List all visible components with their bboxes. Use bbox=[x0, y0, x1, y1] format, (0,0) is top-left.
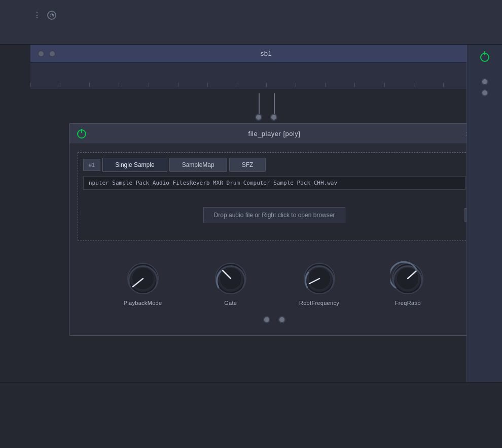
tab-number[interactable]: #1 bbox=[83, 159, 100, 171]
ruler-mark bbox=[266, 83, 296, 87]
knob-freq-ratio[interactable] bbox=[390, 261, 425, 296]
knob-root-frequency[interactable] bbox=[302, 261, 337, 296]
menu-icon[interactable]: ⋮ bbox=[33, 10, 41, 20]
ruler-mark bbox=[384, 83, 414, 87]
knob-container-root-frequency: RootFrequency bbox=[299, 261, 339, 306]
connector-line-right bbox=[274, 93, 275, 114]
right-panel-connector-bottom bbox=[481, 89, 488, 96]
knob-container-gate: Gate bbox=[213, 261, 248, 306]
bottom-connectors bbox=[78, 311, 471, 327]
knobs-row: PlaybackMode bbox=[78, 251, 471, 311]
bottom-connector-right bbox=[278, 316, 285, 323]
outer-window-title: sb1 bbox=[261, 50, 272, 57]
ruler-mark bbox=[149, 83, 178, 87]
knob-label-freq-ratio: FreqRatio bbox=[395, 300, 421, 306]
ruler-mark bbox=[414, 83, 443, 87]
ruler-mark bbox=[325, 83, 354, 87]
top-bar-icons: ⋮ ◔ bbox=[33, 10, 56, 20]
ruler-mark bbox=[60, 83, 89, 87]
plugin-content: #1 Single Sample SampleMap SFZ nputer Sa… bbox=[69, 144, 479, 335]
knob-label-root-frequency: RootFrequency bbox=[299, 300, 339, 306]
bottom-area bbox=[0, 382, 502, 448]
knob-label-playback-mode: PlaybackMode bbox=[124, 300, 162, 306]
ruler-mark bbox=[207, 83, 237, 87]
right-panel-power-button[interactable] bbox=[480, 53, 489, 62]
top-bar: ⋮ ◔ bbox=[0, 0, 502, 45]
drop-zone[interactable]: Drop audio file or Right click to open b… bbox=[83, 195, 465, 235]
outer-window: sb1 × bbox=[30, 45, 502, 382]
outer-window-left-controls bbox=[38, 50, 56, 57]
knob-container-playback-mode: PlaybackMode bbox=[124, 261, 162, 306]
outer-window-titlebar: sb1 × bbox=[30, 45, 502, 63]
ruler-marks bbox=[30, 63, 502, 89]
ruler-mark bbox=[119, 83, 148, 87]
ruler-mark bbox=[237, 83, 266, 87]
tab-sfz[interactable]: SFZ bbox=[229, 158, 266, 172]
plugin-titlebar: file_player [poly] × bbox=[69, 124, 479, 144]
ruler-mark bbox=[296, 83, 325, 87]
connection-area bbox=[30, 89, 502, 125]
top-connector-right bbox=[270, 114, 277, 121]
knob-gate[interactable] bbox=[213, 261, 248, 296]
ruler-mark bbox=[354, 83, 384, 87]
ruler-mark bbox=[89, 83, 119, 87]
cable-connector-right bbox=[49, 50, 56, 57]
ruler-mark bbox=[30, 83, 60, 87]
top-connector-left bbox=[255, 114, 262, 121]
tab-samplemap[interactable]: SampleMap bbox=[169, 158, 227, 172]
right-panel bbox=[467, 45, 502, 382]
drop-audio-button[interactable]: Drop audio file or Right click to open b… bbox=[203, 207, 346, 223]
connector-line-left bbox=[259, 93, 260, 114]
timeline-area bbox=[30, 63, 502, 89]
plugin-window: file_player [poly] × #1 Single Sample Sa… bbox=[69, 123, 480, 336]
plugin-power-button[interactable] bbox=[77, 129, 87, 139]
knob-label-gate: Gate bbox=[224, 300, 237, 306]
power-icon bbox=[77, 129, 86, 139]
tab-single-sample[interactable]: Single Sample bbox=[102, 158, 167, 172]
sample-area: #1 Single Sample SampleMap SFZ nputer Sa… bbox=[78, 152, 471, 241]
plugin-title: file_player [poly] bbox=[248, 130, 301, 137]
ruler-mark bbox=[178, 83, 207, 87]
knob-playback-mode[interactable] bbox=[126, 261, 160, 296]
knob-container-freq-ratio: FreqRatio bbox=[390, 261, 425, 306]
bottom-connector-left bbox=[263, 316, 270, 323]
right-panel-connector-top bbox=[481, 78, 488, 85]
file-path-display: nputer Sample Pack_Audio FilesReverb MXR… bbox=[83, 176, 465, 190]
tab-bar: #1 Single Sample SampleMap SFZ bbox=[83, 158, 465, 172]
clock-icon[interactable]: ◔ bbox=[47, 11, 56, 20]
cable-connector-left bbox=[38, 50, 45, 57]
